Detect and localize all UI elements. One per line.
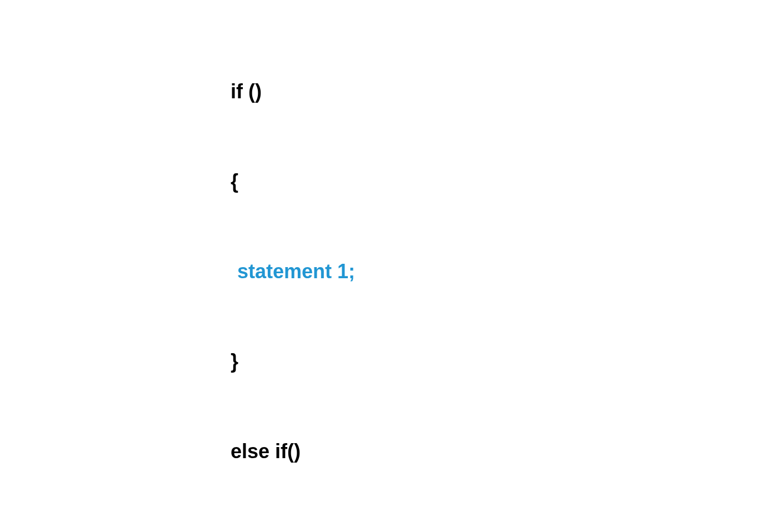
code-line-statement-1: statement 1; xyxy=(231,257,359,287)
code-line-open-brace: { xyxy=(231,167,359,197)
code-line-close-brace: } xyxy=(231,347,359,377)
code-line-open-brace: { xyxy=(231,526,359,532)
code-snippet: if () { statement 1; } else if() { state… xyxy=(231,17,359,532)
code-line-if: if () xyxy=(231,77,359,107)
code-line-elseif-1: else if() xyxy=(231,436,359,466)
